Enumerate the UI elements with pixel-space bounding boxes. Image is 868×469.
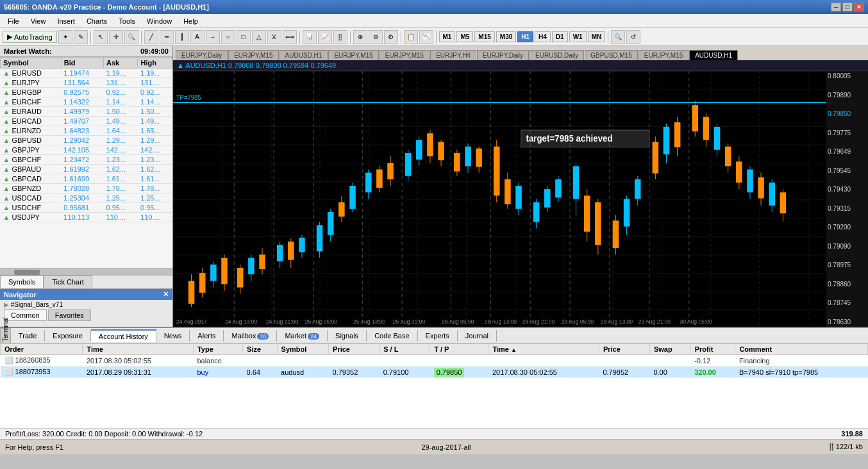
chart-tab-item[interactable]: EURJPY,M15 bbox=[380, 50, 430, 60]
chart-tab-item[interactable]: GBPUSD,M15 bbox=[585, 50, 637, 60]
chart-type-1[interactable]: 📊 bbox=[303, 30, 317, 44]
tf-d1[interactable]: D1 bbox=[552, 31, 568, 42]
tab-alerts[interactable]: Alerts bbox=[190, 330, 224, 341]
tf-h4[interactable]: H4 bbox=[535, 31, 551, 42]
search-icon[interactable]: 🔍 bbox=[611, 30, 625, 44]
list-item[interactable]: ▲ GBPUSD 1.29042 1.29... 1.29... bbox=[1, 136, 172, 145]
tab-tick-chart[interactable]: Tick Chart bbox=[44, 276, 92, 288]
tab-experts[interactable]: Experts bbox=[418, 330, 458, 341]
minimize-button[interactable]: ─ bbox=[831, 3, 841, 12]
tf-m5[interactable]: M5 bbox=[456, 31, 473, 42]
autotrading-button[interactable]: ▶ AutoTrading bbox=[3, 31, 57, 43]
list-item[interactable]: ▲ GBPNZD 1.78028 1.78... 1.78... bbox=[1, 184, 172, 193]
chart-tab-item[interactable]: EURJPY,M15 bbox=[328, 50, 378, 60]
refresh-icon[interactable]: ↺ bbox=[626, 30, 640, 44]
list-item[interactable]: ▲ EURCAD 1.49707 1.49... 1.49... bbox=[1, 117, 172, 126]
tab-signals[interactable]: Signals bbox=[328, 330, 367, 341]
tab-journal[interactable]: Journal bbox=[458, 330, 497, 341]
menu-window[interactable]: Window bbox=[142, 16, 177, 26]
svg-text:30 Aug 05:00: 30 Aug 05:00 bbox=[680, 318, 712, 325]
chart-canvas[interactable]: TP=7985 target=7985 achieved bbox=[173, 71, 868, 327]
zoom-in-icon[interactable]: ⊕ bbox=[353, 30, 367, 44]
cursor-icon[interactable]: ↖ bbox=[94, 30, 108, 44]
menu-tools[interactable]: Tools bbox=[113, 16, 140, 26]
list-item[interactable]: ▲ EURNZD 1.64823 1.64... 1.65... bbox=[1, 126, 172, 136]
menu-help[interactable]: Help bbox=[178, 16, 203, 26]
list-item[interactable]: ▲ GBPAUD 1.61992 1.62... 1.62... bbox=[1, 165, 172, 174]
svg-text:28 Aug 05:00: 28 Aug 05:00 bbox=[442, 318, 474, 325]
list-item[interactable]: ▲ GBPJPY 142.105 142.... 142.... bbox=[1, 145, 172, 155]
tab-mailbox[interactable]: Mailbox10 bbox=[224, 330, 277, 341]
menu-file[interactable]: File bbox=[3, 16, 24, 26]
chart-tab-item[interactable]: EURJPY,H4 bbox=[430, 50, 476, 60]
chart-tab-item[interactable]: EURJPY,M15 bbox=[228, 50, 278, 60]
nav-tab-common[interactable]: Common bbox=[4, 309, 47, 321]
arrow-icon[interactable]: → bbox=[206, 30, 220, 44]
chart-type-3[interactable]: ⣿ bbox=[333, 30, 347, 44]
indicator-icon[interactable]: 📉 bbox=[419, 30, 433, 44]
row-close-icon[interactable]: ⬜ bbox=[4, 356, 13, 364]
template-icon[interactable]: 📋 bbox=[404, 30, 418, 44]
rect-icon[interactable]: □ bbox=[237, 30, 251, 44]
chart-tab-item[interactable]: EURJPY,Daily bbox=[176, 50, 228, 60]
triangle-icon[interactable]: △ bbox=[252, 30, 266, 44]
properties-icon[interactable]: ⚙ bbox=[384, 30, 398, 44]
chart-type-2[interactable]: 📈 bbox=[318, 30, 332, 44]
list-item[interactable]: ▲ GBPCAD 1.61699 1.61... 1.61... bbox=[1, 174, 172, 184]
chart-tab-item[interactable]: EURJPY,M15 bbox=[638, 50, 689, 60]
tf-w1[interactable]: W1 bbox=[569, 31, 587, 42]
menu-insert[interactable]: Insert bbox=[52, 16, 80, 26]
text-icon[interactable]: A bbox=[190, 30, 204, 44]
chart-tab-item[interactable]: AUDUSD,H1 bbox=[280, 50, 328, 60]
chart-tab-item[interactable]: EURJPY,Daily bbox=[477, 50, 529, 60]
list-item[interactable]: ▲ EURCHF 1.14322 1.14... 1.14... bbox=[1, 97, 172, 107]
channel-icon[interactable]: ⟺ bbox=[283, 30, 297, 44]
crosshair-icon[interactable]: ✛ bbox=[109, 30, 123, 44]
ask-cell: 1.78... bbox=[104, 184, 138, 193]
menu-view[interactable]: View bbox=[26, 16, 51, 26]
zoom-out-icon[interactable]: ⊖ bbox=[369, 30, 383, 44]
tf-mn[interactable]: MN bbox=[588, 31, 606, 42]
mw-scrollbar[interactable] bbox=[0, 268, 172, 275]
tab-exposure[interactable]: Exposure bbox=[45, 330, 90, 341]
zoom-icon[interactable]: 🔍 bbox=[124, 30, 138, 44]
close-button[interactable]: ✕ bbox=[854, 3, 864, 12]
navigator-item[interactable]: ▶ #Signal_Bars_v71 bbox=[4, 301, 169, 308]
tab-market[interactable]: Market24 bbox=[277, 330, 328, 341]
line-icon[interactable]: ╱ bbox=[144, 30, 158, 44]
tf-m30[interactable]: M30 bbox=[496, 31, 516, 42]
chart-tab-item[interactable]: AUDUSD,H1 bbox=[689, 50, 738, 60]
tab-symbols[interactable]: Symbols bbox=[0, 276, 44, 288]
ellipse-icon[interactable]: ○ bbox=[221, 30, 235, 44]
list-item[interactable]: ▲ EURUSD 1.19474 1.19... 1.19... bbox=[1, 69, 172, 78]
list-item[interactable]: ▲ USDJPY 110.113 110.... 110.... bbox=[1, 213, 172, 222]
tf-m1[interactable]: M1 bbox=[439, 31, 456, 42]
fib-icon[interactable]: ⧖ bbox=[267, 30, 281, 44]
th-tp: T / P bbox=[430, 344, 488, 355]
menu-charts[interactable]: Charts bbox=[81, 16, 112, 26]
nav-tab-favorites[interactable]: Favorites bbox=[48, 309, 91, 321]
list-item[interactable]: ▲ USDCHF 0.95681 0.95... 0.95... bbox=[1, 203, 172, 213]
list-item[interactable]: ▲ EURAUD 1.49979 1.50... 1.50... bbox=[1, 107, 172, 117]
row-close-icon[interactable]: ⬜ bbox=[4, 368, 13, 375]
toolbar-icon-2[interactable]: ✎ bbox=[74, 30, 88, 44]
tab-trade[interactable]: Trade bbox=[11, 330, 45, 341]
tab-codebase[interactable]: Code Base bbox=[367, 330, 417, 341]
tf-m15[interactable]: M15 bbox=[474, 31, 494, 42]
trade-table-wrapper[interactable]: Order Time Type Size Symbol Price S / L … bbox=[0, 343, 868, 428]
tf-h1[interactable]: H1 bbox=[517, 31, 533, 42]
list-item[interactable]: ▲ USDCAD 1.25304 1.25... 1.25... bbox=[1, 193, 172, 203]
restore-button[interactable]: □ bbox=[842, 3, 853, 12]
toolbar-icon-1[interactable]: ✦ bbox=[58, 30, 72, 44]
cell-comment: B=7940 sl=7910 tp=7985 bbox=[735, 366, 868, 378]
vline-icon[interactable]: ┃ bbox=[175, 30, 189, 44]
list-item[interactable]: ▲ GBPCHF 1.23472 1.23... 1.23... bbox=[1, 155, 172, 165]
tab-account-history[interactable]: Account History bbox=[91, 329, 156, 342]
navigator-close-icon[interactable]: ✕ bbox=[163, 290, 169, 299]
market-watch-table[interactable]: Symbol Bid Ask High ▲ EURUSD 1.19474 1.1… bbox=[0, 57, 172, 268]
tab-news[interactable]: News bbox=[156, 330, 190, 341]
hline-icon[interactable]: ━ bbox=[160, 30, 174, 44]
chart-tab-item[interactable]: EURUSD,Daily bbox=[530, 50, 584, 60]
list-item[interactable]: ▲ EURGBP 0.92575 0.92... 0.92... bbox=[1, 88, 172, 97]
list-item[interactable]: ▲ EURJPY 131.564 131.... 131.... bbox=[1, 78, 172, 88]
